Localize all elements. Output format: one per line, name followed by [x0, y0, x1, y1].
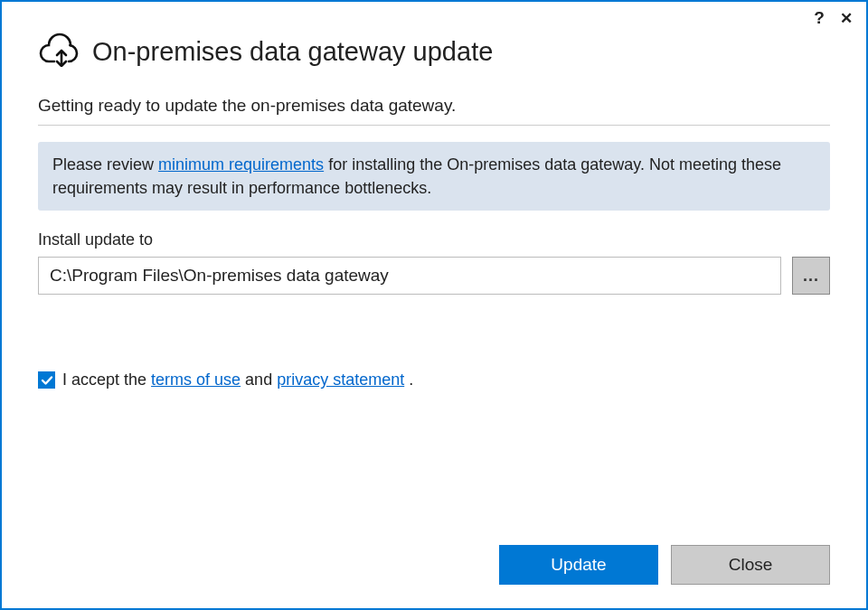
page-title: On-premises data gateway update — [92, 37, 493, 67]
close-icon[interactable]: ✕ — [837, 9, 855, 27]
update-button[interactable]: Update — [499, 545, 658, 585]
footer: Update Close — [2, 545, 866, 608]
install-path-row: ... — [38, 257, 830, 295]
terms-of-use-link[interactable]: terms of use — [151, 371, 241, 389]
info-box: Please review minimum requirements for i… — [38, 142, 830, 211]
divider — [38, 125, 830, 126]
titlebar: ? ✕ — [2, 2, 866, 27]
checkmark-icon — [41, 374, 53, 387]
header: On-premises data gateway update — [38, 33, 830, 70]
install-path-label: Install update to — [38, 230, 830, 249]
help-icon[interactable]: ? — [810, 9, 828, 27]
privacy-statement-link[interactable]: privacy statement — [277, 371, 404, 389]
accept-checkbox[interactable] — [38, 371, 55, 389]
accept-row: I accept the terms of use and privacy st… — [38, 371, 830, 389]
browse-button[interactable]: ... — [792, 257, 830, 295]
close-button[interactable]: Close — [671, 545, 830, 585]
minimum-requirements-link[interactable]: minimum requirements — [158, 155, 324, 174]
subheading: Getting ready to update the on-premises … — [38, 96, 830, 116]
info-text-pre: Please review — [52, 155, 158, 174]
dialog-window: ? ✕ On-premises data gateway update Gett… — [0, 0, 868, 610]
ellipsis-icon: ... — [803, 267, 819, 286]
accept-label: I accept the terms of use and privacy st… — [62, 371, 413, 389]
cloud-upload-icon — [38, 33, 80, 70]
content-area: On-premises data gateway update Getting … — [2, 27, 866, 545]
install-path-input[interactable] — [38, 257, 781, 295]
